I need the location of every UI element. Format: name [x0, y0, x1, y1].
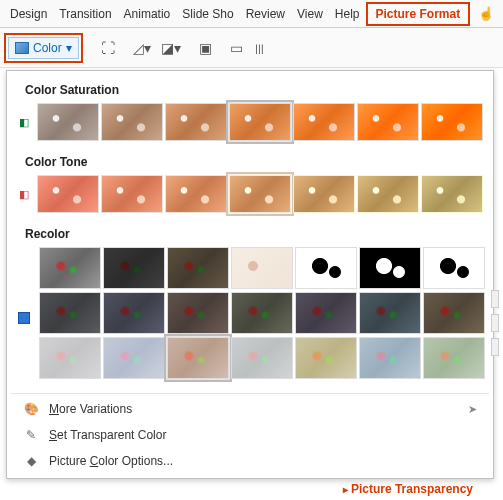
recolor-dark-accent-6[interactable]: [359, 292, 421, 334]
transparency-icon[interactable]: ◪▾: [161, 40, 181, 56]
recolor-sepia[interactable]: [167, 247, 229, 289]
eyedropper-icon: ✎: [23, 428, 39, 442]
palette-icon: 🎨: [23, 402, 39, 416]
crop-icon[interactable]: ⛶: [101, 40, 115, 56]
recolor-light-accent-7[interactable]: [423, 337, 485, 379]
saturation-thumb-4[interactable]: [293, 103, 355, 141]
tone-icon: ◧: [15, 187, 33, 201]
tone-row: ◧: [11, 175, 489, 213]
saturation-thumb-2[interactable]: [165, 103, 227, 141]
color-dropdown-panel: Color Saturation ◧ Color Tone ◧ Recolor …: [6, 70, 494, 479]
tab-design[interactable]: Design: [4, 2, 53, 26]
side-controls: [491, 290, 501, 370]
recolor-icon: [15, 311, 33, 325]
saturation-label: Color Saturation: [25, 83, 489, 97]
recolor-dark-accent-1[interactable]: [39, 292, 101, 334]
more-variations-item[interactable]: 🎨 More Variations ➤: [11, 396, 489, 422]
chevron-right-icon: ➤: [468, 403, 477, 416]
ribbon-toolbar: Color ▾ ⛶ ◿▾ ◪▾ ▣ ▭ ⫼: [0, 28, 503, 68]
recolor-light-accent-6[interactable]: [359, 337, 421, 379]
recolor-row: [11, 247, 489, 389]
recolor-black-white-50[interactable]: [359, 247, 421, 289]
tone-label: Color Tone: [25, 155, 489, 169]
saturation-thumb-3[interactable]: [229, 103, 291, 141]
tab-view[interactable]: View: [291, 2, 329, 26]
recolor-black-white-75[interactable]: [423, 247, 485, 289]
set-transparent-color-item[interactable]: ✎ Set Transparent Color: [11, 422, 489, 448]
recolor-no-recolor[interactable]: [39, 247, 101, 289]
picture-layout-icon[interactable]: ⫼: [253, 40, 267, 56]
side-control[interactable]: [491, 338, 499, 356]
tone-thumb-2[interactable]: [165, 175, 227, 213]
saturation-row: ◧: [11, 103, 489, 141]
compress-pictures-icon[interactable]: ▣: [199, 40, 212, 56]
recolor-light-accent-1[interactable]: [39, 337, 101, 379]
tab-help[interactable]: Help: [329, 2, 366, 26]
recolor-light-accent-3[interactable]: [167, 337, 229, 379]
recolor-light-accent-4[interactable]: [231, 337, 293, 379]
tone-thumb-3[interactable]: [229, 175, 291, 213]
tone-thumb-4[interactable]: [293, 175, 355, 213]
picture-color-options-item[interactable]: ◆ Picture Color Options...: [11, 448, 489, 474]
format-icon: ◆: [23, 454, 39, 468]
tab-review[interactable]: Review: [240, 2, 291, 26]
recolor-dark-accent-4[interactable]: [231, 292, 293, 334]
tab-transitions[interactable]: Transition: [53, 2, 117, 26]
picture-border-icon[interactable]: ▭: [230, 40, 243, 56]
picture-icon: [15, 42, 29, 54]
color-dropdown-button[interactable]: Color ▾: [8, 37, 79, 59]
share-icon[interactable]: ☝: [478, 6, 494, 21]
tone-thumb-6[interactable]: [421, 175, 483, 213]
picture-transparency-heading: Picture Transparency: [343, 482, 473, 496]
side-control[interactable]: [491, 290, 499, 308]
saturation-thumb-5[interactable]: [357, 103, 419, 141]
recolor-black-white-25[interactable]: [295, 247, 357, 289]
color-button-highlight: Color ▾: [4, 33, 83, 63]
set-transparent-label: Set Transparent Color: [49, 428, 166, 442]
ribbon-tabs: Design Transition Animatio Slide Sho Rev…: [0, 0, 503, 28]
saturation-thumb-0[interactable]: [37, 103, 99, 141]
tone-thumb-5[interactable]: [357, 175, 419, 213]
separator: [11, 393, 489, 394]
saturation-icon: ◧: [15, 115, 33, 129]
recolor-dark-accent-5[interactable]: [295, 292, 357, 334]
saturation-thumb-6[interactable]: [421, 103, 483, 141]
saturation-thumb-1[interactable]: [101, 103, 163, 141]
color-button-label: Color: [33, 41, 62, 55]
tone-thumb-0[interactable]: [37, 175, 99, 213]
recolor-light-accent-2[interactable]: [103, 337, 165, 379]
side-control[interactable]: [491, 314, 499, 332]
recolor-dark-accent-7[interactable]: [423, 292, 485, 334]
recolor-grayscale[interactable]: [103, 247, 165, 289]
picture-color-options-label: Picture Color Options...: [49, 454, 173, 468]
recolor-dark-accent-2[interactable]: [103, 292, 165, 334]
more-variations-label: More Variations: [49, 402, 132, 416]
recolor-dark-accent-3[interactable]: [167, 292, 229, 334]
tab-picture-format[interactable]: Picture Format: [366, 2, 471, 26]
recolor-light-accent-5[interactable]: [295, 337, 357, 379]
tone-thumb-1[interactable]: [101, 175, 163, 213]
tab-animations[interactable]: Animatio: [118, 2, 177, 26]
chevron-down-icon: ▾: [66, 41, 72, 55]
recolor-washout[interactable]: [231, 247, 293, 289]
artistic-effects-icon[interactable]: ◿▾: [133, 40, 151, 56]
recolor-label: Recolor: [25, 227, 489, 241]
tab-slideshow[interactable]: Slide Sho: [176, 2, 239, 26]
